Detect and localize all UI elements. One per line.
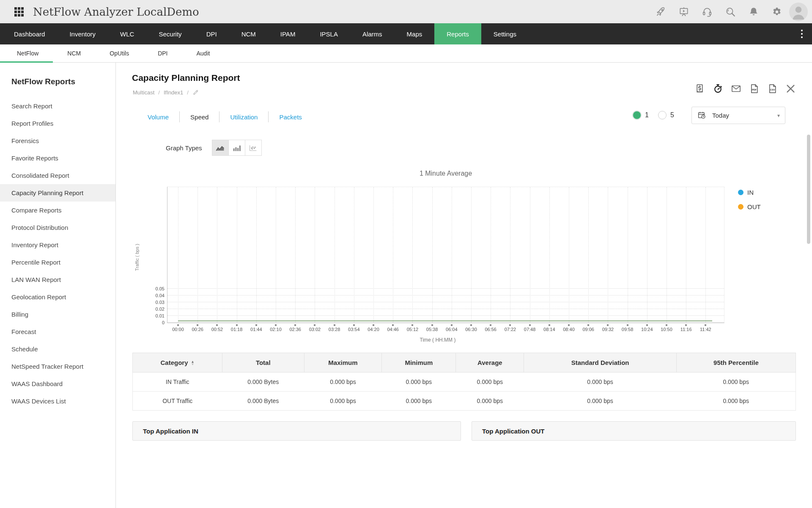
top-application-out-header[interactable]: Top Application OUT	[472, 421, 796, 441]
chart-plot-area[interactable]: 00:0000:2600:5201:1801:4402:1002:3603:02…	[167, 187, 724, 323]
sub-tab-audit[interactable]: Audit	[182, 44, 225, 62]
nav-tab-ncm[interactable]: NCM	[229, 23, 268, 44]
metric-tabs: VolumeSpeedUtilizationPackets	[137, 110, 313, 124]
table-cell: 0.000 Bytes	[222, 373, 304, 392]
chart-x-tick-label: 05:12	[403, 327, 422, 332]
sidebar-item-waas-devices-list[interactable]: WAAS Devices List	[0, 392, 115, 410]
app-title: NetFlow Analyzer LocalDemo	[33, 6, 199, 18]
chart-tick-mark	[587, 324, 589, 326]
nav-tab-dpi[interactable]: DPI	[194, 23, 229, 44]
scrollbar-thumb[interactable]	[807, 135, 810, 244]
interval-radio-1[interactable]: 1	[633, 111, 649, 119]
export-csv-icon[interactable]: CSV	[766, 82, 779, 95]
interval-radio-group: 15	[633, 111, 674, 119]
close-icon[interactable]	[784, 82, 797, 95]
sidebar-item-percentile-report[interactable]: Percentile Report	[0, 254, 115, 271]
sidebar-item-compare-reports[interactable]: Compare Reports	[0, 202, 115, 219]
sidebar-item-report-profiles[interactable]: Report Profiles	[0, 115, 115, 132]
table-cell: 0.000 Bytes	[222, 392, 304, 411]
sidebar-item-netspeed-tracker-report[interactable]: NetSpeed Tracker Report	[0, 358, 115, 375]
table-cell: 0.000 bps	[524, 392, 677, 411]
col-header-95th-percentile[interactable]: 95th Percentile	[676, 353, 796, 373]
sidebar-item-waas-dashboard[interactable]: WAAS Dashboard	[0, 375, 115, 392]
sidebar-item-schedule[interactable]: Schedule	[0, 340, 115, 358]
chart-tick-mark	[334, 324, 335, 326]
user-avatar[interactable]	[789, 3, 808, 21]
sidebar-item-inventory-report[interactable]: Inventory Report	[0, 236, 115, 254]
chart-tick-mark	[685, 324, 687, 326]
search-icon[interactable]	[725, 6, 736, 17]
graph-types-control: Graph Types	[166, 140, 262, 156]
billing-invoice-icon[interactable]	[693, 82, 706, 95]
edit-pencil-icon[interactable]	[192, 89, 199, 96]
nav-tab-wlc[interactable]: WLC	[108, 23, 146, 44]
chart-x-tick-label: 02:36	[286, 327, 304, 332]
notifications-bell-icon[interactable]	[748, 6, 759, 17]
table-cell: 0.000 bps	[676, 392, 796, 411]
chart-x-tick-label: 11:16	[677, 327, 695, 332]
sidebar-item-protocol-distribution[interactable]: Protocol Distribution	[0, 219, 115, 236]
sidebar-item-forensics[interactable]: Forensics	[0, 132, 115, 149]
sub-tab-netflow[interactable]: NetFlow	[0, 44, 53, 62]
legend-item-out[interactable]: OUT	[738, 203, 761, 210]
nav-overflow-menu-icon[interactable]	[798, 23, 806, 44]
date-range-dropdown[interactable]: Today ▾	[691, 107, 785, 124]
col-header-category[interactable]: Category▲▼	[133, 353, 222, 373]
export-pdf-icon[interactable]: PDF	[748, 82, 760, 95]
email-icon[interactable]	[730, 82, 742, 95]
nav-tab-alarms[interactable]: Alarms	[350, 23, 395, 44]
sub-tab-dpi[interactable]: DPI	[143, 44, 182, 62]
chart-tick-mark	[646, 324, 648, 326]
table-cell: 0.000 bps	[304, 392, 382, 411]
sidebar-item-forecast[interactable]: Forecast	[0, 323, 115, 340]
sidebar-item-consolidated-report[interactable]: Consolidated Report	[0, 167, 115, 184]
sub-tab-ncm[interactable]: NCM	[53, 44, 95, 62]
chart-tick-mark	[314, 324, 315, 326]
sort-icon[interactable]: ▲▼	[191, 361, 195, 366]
tab-speed[interactable]: Speed	[180, 113, 219, 121]
nav-tab-ipsla[interactable]: IPSLA	[307, 23, 350, 44]
chart-x-tick-label: 03:02	[305, 327, 324, 332]
sidebar-item-geolocation-report[interactable]: Geolocation Report	[0, 288, 115, 306]
graph-type-bar-chart[interactable]	[228, 140, 245, 156]
col-header-total[interactable]: Total	[222, 353, 304, 373]
demo-screen-icon[interactable]	[678, 6, 689, 17]
rocket-icon[interactable]	[655, 6, 666, 17]
col-header-average[interactable]: Average	[456, 353, 524, 373]
breadcrumb-device[interactable]: Multicast	[133, 89, 154, 96]
top-application-in-header[interactable]: Top Application IN	[132, 421, 461, 441]
schedule-timer-icon[interactable]	[711, 82, 724, 95]
graph-type-area-chart[interactable]	[212, 140, 229, 156]
apps-grid-icon[interactable]	[14, 7, 24, 17]
settings-gear-icon[interactable]	[771, 6, 782, 17]
sidebar-item-capacity-planning-report[interactable]: Capacity Planning Report	[0, 184, 115, 202]
chart-tick-mark	[353, 324, 355, 326]
nav-tab-reports[interactable]: Reports	[434, 23, 481, 44]
chart-tick-mark	[275, 324, 277, 326]
breadcrumb-interface[interactable]: IfIndex1	[164, 89, 183, 96]
nav-tab-settings[interactable]: Settings	[481, 23, 529, 44]
table-cell: 0.000 bps	[524, 373, 677, 392]
nav-tab-maps[interactable]: Maps	[395, 23, 435, 44]
tab-volume[interactable]: Volume	[137, 113, 179, 121]
nav-tab-ipam[interactable]: IPAM	[268, 23, 308, 44]
chart-x-tick-label: 06:30	[462, 327, 480, 332]
nav-tab-security[interactable]: Security	[146, 23, 194, 44]
sub-tab-oputils[interactable]: OpUtils	[95, 44, 143, 62]
nav-tab-dashboard[interactable]: Dashboard	[2, 23, 57, 44]
tab-utilization[interactable]: Utilization	[219, 113, 268, 121]
chart-x-tick-label: 04:46	[384, 327, 402, 332]
col-header-standard-deviation[interactable]: Standard Deviation	[524, 353, 677, 373]
sidebar-item-favorite-reports[interactable]: Favorite Reports	[0, 149, 115, 167]
tab-packets[interactable]: Packets	[269, 113, 312, 121]
sidebar-item-billing[interactable]: Billing	[0, 306, 115, 323]
support-headset-icon[interactable]	[702, 6, 713, 17]
graph-type-scatter-chart[interactable]	[245, 140, 262, 156]
sidebar-item-search-report[interactable]: Search Report	[0, 97, 115, 115]
legend-item-in[interactable]: IN	[738, 189, 761, 196]
col-header-maximum[interactable]: Maximum	[304, 353, 382, 373]
nav-tab-inventory[interactable]: Inventory	[57, 23, 108, 44]
col-header-minimum[interactable]: Minimum	[382, 353, 456, 373]
sidebar-item-lan-wan-report[interactable]: LAN WAN Report	[0, 271, 115, 288]
interval-radio-5[interactable]: 5	[658, 111, 674, 119]
